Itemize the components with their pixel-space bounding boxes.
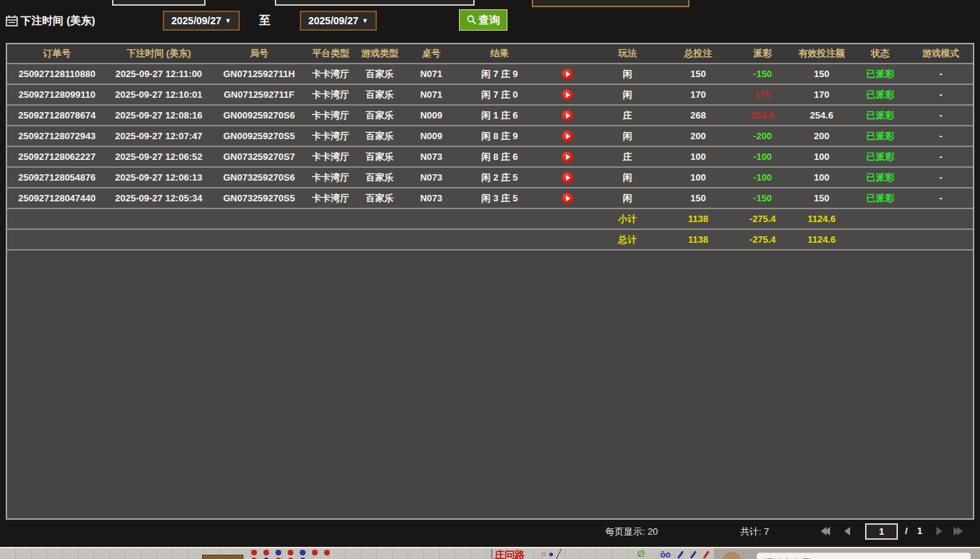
- valid-bet: 254.6: [792, 106, 852, 125]
- column-header: 游戏类型: [354, 44, 406, 63]
- page-number-input[interactable]: [865, 523, 898, 540]
- game-mode: -: [909, 64, 973, 84]
- play-video-icon[interactable]: [562, 89, 573, 101]
- avatar: [722, 552, 741, 559]
- replay-cell: [542, 188, 592, 208]
- column-header: 下注时间 (美东): [107, 44, 211, 63]
- game-type: 百家乐: [354, 147, 406, 166]
- result: 闲 7 庄 9: [457, 64, 542, 84]
- platform-type: 卡卡湾厅: [308, 126, 354, 146]
- spacer: [354, 230, 406, 249]
- game-mode: -: [909, 106, 973, 125]
- game-type: 百家乐: [354, 126, 406, 146]
- play-type: 闲: [592, 126, 663, 146]
- page-separator: /: [905, 525, 908, 536]
- status-badge: 已派彩: [852, 126, 909, 146]
- table-number: N071: [405, 64, 457, 84]
- total-bet: 100: [662, 147, 734, 166]
- payout: 170: [734, 85, 792, 104]
- table-row: 2509271280548762025-09-27 12:06:13GN0732…: [7, 168, 973, 188]
- replay-cell: [542, 168, 592, 187]
- table-number: N073: [405, 188, 457, 208]
- column-header: 结果: [457, 44, 542, 63]
- search-icon: [467, 15, 477, 25]
- play-video-icon[interactable]: [562, 193, 573, 204]
- prev-page-button[interactable]: [844, 527, 850, 535]
- chat-input[interactable]: 请输入文字: [757, 553, 971, 559]
- result: 闲 8 庄 9: [457, 126, 542, 146]
- last-page-button[interactable]: [954, 527, 963, 535]
- bet-time: 2025-09-27 12:06:52: [107, 147, 211, 166]
- next-page-button[interactable]: [936, 527, 942, 535]
- column-header: 订单号: [7, 44, 107, 63]
- order-number: 250927128099110: [7, 85, 107, 104]
- grand-total-row: 总计1138-275.41124.6: [7, 230, 973, 251]
- spacer: [211, 209, 308, 228]
- payout: -150: [734, 64, 792, 84]
- bet-time: 2025-09-27 12:05:34: [107, 188, 211, 208]
- caret-down-icon: ▼: [362, 17, 368, 24]
- payout: -150: [734, 188, 792, 208]
- spacer: [354, 209, 406, 228]
- banker-road-label: 庄问路: [491, 549, 525, 559]
- total-bet: 150: [662, 64, 734, 84]
- blue-road-slash: [690, 550, 697, 559]
- total-bet: 200: [662, 126, 734, 146]
- background-roadmap-strip: 庄问路 ○ ● ╱ ∅ ŏo 请输入文字: [0, 547, 980, 559]
- total-bet: 150: [662, 188, 734, 208]
- table-number: N071: [405, 85, 457, 104]
- play-video-icon[interactable]: [562, 131, 573, 142]
- order-number: 250927128072943: [7, 126, 107, 146]
- red-road-slash: [703, 550, 709, 559]
- right-arrow-icon: [936, 527, 942, 535]
- table-number: N009: [405, 126, 457, 146]
- round-number: GN009259270S6: [211, 106, 308, 125]
- subtotal-row: 小计1138-275.41124.6: [7, 209, 973, 230]
- payout: -100: [734, 147, 792, 166]
- play-video-icon[interactable]: [562, 172, 573, 183]
- play-video-icon[interactable]: [562, 151, 573, 163]
- result: 闲 3 庄 5: [457, 188, 542, 208]
- bet-time: 2025-09-27 12:06:13: [107, 168, 211, 187]
- order-number: 250927128078674: [7, 106, 107, 125]
- column-header: 总投注: [662, 44, 734, 63]
- play-video-icon[interactable]: [562, 69, 573, 80]
- spacer: [405, 230, 457, 249]
- play-video-icon[interactable]: [562, 110, 573, 121]
- round-number: GN073259270S7: [211, 147, 308, 166]
- header-spacer: [542, 44, 592, 63]
- payout: -200: [734, 126, 792, 146]
- date-from-select[interactable]: 2025/09/27 ▼: [163, 11, 240, 31]
- round-number: GN073259270S5: [211, 188, 308, 208]
- platform-type: 卡卡湾厅: [308, 64, 354, 84]
- platform-type: 卡卡湾厅: [308, 106, 354, 125]
- valid-bet: 200: [792, 126, 852, 146]
- double-left-arrow-icon: [824, 527, 830, 535]
- red-bead-dot: [312, 550, 318, 555]
- valid-bet: 170: [792, 85, 852, 104]
- order-number: 250927128047440: [7, 188, 107, 208]
- filter-bar: 下注时间 (美东) 2025/09/27 ▼ 至 2025/09/27 ▼ 查询: [0, 0, 980, 40]
- small-road-marks: ŏo: [660, 550, 671, 559]
- query-button[interactable]: 查询: [459, 9, 507, 31]
- game-type: 百家乐: [354, 168, 406, 187]
- subtotal-row-total-bet: 1138: [662, 209, 734, 228]
- date-to-select[interactable]: 2025/09/27 ▼: [300, 11, 377, 31]
- date-to-value: 2025/09/27: [308, 15, 358, 26]
- table-row: 2509271280729432025-09-27 12:07:47GN0092…: [7, 126, 973, 147]
- spacer: [852, 209, 909, 228]
- platform-type: 卡卡湾厅: [308, 168, 354, 187]
- game-type: 百家乐: [354, 106, 406, 125]
- play-type: 庄: [592, 147, 663, 166]
- status-badge: 已派彩: [852, 106, 909, 125]
- first-page-button[interactable]: [821, 527, 830, 535]
- double-right-arrow-icon: [957, 527, 963, 535]
- game-mode: -: [909, 85, 973, 104]
- order-number: 250927128062227: [7, 147, 107, 166]
- blue-bead-dot: [276, 550, 281, 555]
- bet-time-label: 下注时间 (美东): [21, 14, 95, 28]
- table-number: N073: [405, 147, 457, 166]
- left-arrow-icon: [844, 527, 850, 535]
- column-header: 状态: [852, 44, 909, 63]
- bet-time: 2025-09-27 12:08:16: [107, 106, 211, 125]
